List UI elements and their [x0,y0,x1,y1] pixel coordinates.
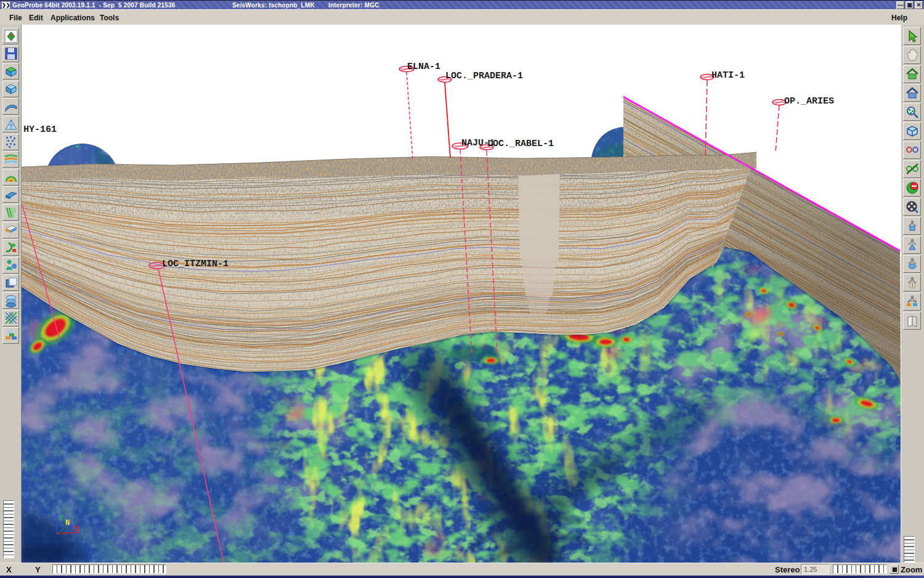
svg-text:HATI-1: HATI-1 [711,70,745,81]
svg-text:N: N [65,519,70,527]
svg-text:OP._ARIES: OP._ARIES [784,96,834,107]
svg-text:Y: Y [59,515,63,523]
svg-text:X: X [75,525,79,534]
svg-text:LOC._PRADERA-1: LOC._PRADERA-1 [445,71,523,81]
svg-text:LOC_ITZMIN-1: LOC_ITZMIN-1 [162,259,229,269]
svg-text:HY-161: HY-161 [23,124,57,135]
svg-text:LOC._RABEL-1: LOC._RABEL-1 [487,139,554,149]
svg-text:ELNA-1: ELNA-1 [407,62,440,72]
